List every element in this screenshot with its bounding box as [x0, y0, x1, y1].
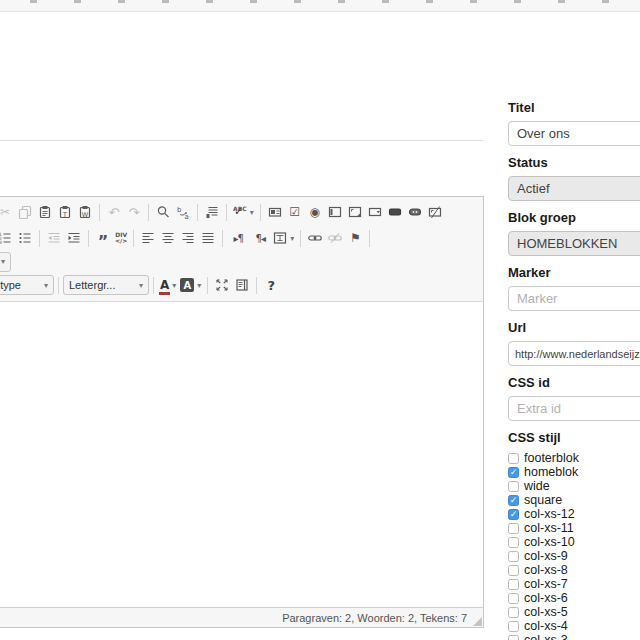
- font-size-dropdown[interactable]: Lettergr...▾: [63, 275, 149, 295]
- checkbox-unchecked-icon[interactable]: [508, 481, 519, 492]
- outdent-icon: [44, 227, 64, 249]
- top-strip-mark: [250, 0, 257, 3]
- background-color-icon[interactable]: A▾: [178, 274, 203, 296]
- editor-statusbar: Paragraven: 2, Woorden: 2, Tekens: 7: [0, 607, 483, 627]
- top-strip-mark: [382, 0, 389, 3]
- toolbar-separator: [148, 204, 149, 221]
- css-style-option-row[interactable]: col-xs-9: [508, 549, 640, 563]
- horizontal-divider: [0, 140, 483, 141]
- checkbox-field-icon[interactable]: ☑: [285, 201, 305, 223]
- find-replace-icon[interactable]: ba: [173, 201, 193, 223]
- css-style-option-row[interactable]: col-xs-11: [508, 521, 640, 535]
- div-container-icon[interactable]: DIV</>: [113, 227, 129, 249]
- css-style-option-row[interactable]: wide: [508, 479, 640, 493]
- css-style-option-row[interactable]: footerblok: [508, 451, 640, 465]
- checkbox-unchecked-icon[interactable]: [508, 523, 519, 534]
- paste-icon[interactable]: [35, 201, 55, 223]
- top-strip-mark: [514, 0, 521, 3]
- template-icon[interactable]: [202, 201, 222, 223]
- checkbox-unchecked-icon[interactable]: [508, 579, 519, 590]
- numbered-list-icon[interactable]: 123: [0, 227, 15, 249]
- url-label: Url: [508, 320, 640, 335]
- help-icon[interactable]: ?: [261, 274, 281, 296]
- font-family-dropdown[interactable]: Lettertype▾: [0, 275, 54, 295]
- marker-input[interactable]: [508, 286, 640, 311]
- preview-icon[interactable]: [232, 274, 252, 296]
- indent-icon[interactable]: [64, 227, 84, 249]
- chevron-down-icon: ▾: [172, 281, 176, 290]
- align-justify-icon[interactable]: [198, 227, 218, 249]
- chevron-down-icon: ▾: [250, 208, 254, 217]
- css-style-option-label: col-xs-4: [524, 619, 568, 633]
- textarea-icon[interactable]: [325, 201, 345, 223]
- radio-field-icon[interactable]: ◉: [305, 201, 325, 223]
- button-field-icon[interactable]: [385, 201, 405, 223]
- css-style-option-row[interactable]: col-xs-3: [508, 633, 640, 640]
- css-style-option-label: col-xs-12: [524, 507, 575, 521]
- spellcheck-icon[interactable]: ABC✓▾: [231, 201, 256, 223]
- status-select[interactable]: Actief: [508, 176, 640, 201]
- blockquote-icon[interactable]: ”: [93, 227, 113, 249]
- css-style-option-label: square: [524, 493, 562, 507]
- checkbox-unchecked-icon[interactable]: [508, 565, 519, 576]
- resize-grip[interactable]: [473, 617, 482, 626]
- checkbox-unchecked-icon[interactable]: [508, 607, 519, 618]
- css-style-option-label: col-xs-10: [524, 535, 575, 549]
- checkbox-checked-icon[interactable]: ✓: [508, 495, 519, 506]
- image-button-icon[interactable]: [405, 201, 425, 223]
- toolbar-row-3: ▾: [0, 251, 483, 272]
- anchor-icon[interactable]: ⚑: [345, 227, 365, 249]
- align-right-icon[interactable]: [178, 227, 198, 249]
- ltr-icon[interactable]: ▸¶: [227, 227, 249, 249]
- search-icon[interactable]: [153, 201, 173, 223]
- checkbox-checked-icon[interactable]: ✓: [508, 509, 519, 520]
- toolbar-row-1: ✂TW↶↷baABC✓▾☑◉: [0, 199, 483, 225]
- css-style-option-label: col-xs-5: [524, 605, 568, 619]
- top-strip-mark: [74, 0, 81, 3]
- css-style-option-row[interactable]: col-xs-10: [508, 535, 640, 549]
- listbox-icon[interactable]: [365, 201, 385, 223]
- css-style-option-row[interactable]: col-xs-6: [508, 591, 640, 605]
- paste-from-word-icon[interactable]: W: [75, 201, 95, 223]
- hidden-field-icon[interactable]: [425, 201, 445, 223]
- checkbox-unchecked-icon[interactable]: [508, 551, 519, 562]
- fullscreen-icon[interactable]: [212, 274, 232, 296]
- font-family-dropdown-label: Lettertype: [0, 279, 21, 291]
- editor-content-area[interactable]: [0, 302, 483, 607]
- align-left-icon[interactable]: [138, 227, 158, 249]
- toolbar-separator: [133, 230, 134, 247]
- toolbar-separator: [369, 230, 370, 247]
- style-dropdown[interactable]: ▾: [0, 252, 11, 272]
- css-style-option-label: wide: [524, 479, 550, 493]
- text-color-icon[interactable]: A▾: [158, 274, 178, 296]
- rtl-icon[interactable]: ¶◂: [249, 227, 271, 249]
- css-style-option-row[interactable]: col-xs-7: [508, 577, 640, 591]
- top-strip-mark: [426, 0, 433, 3]
- blok-groep-select[interactable]: HOMEBLOKKEN: [508, 231, 640, 256]
- url-input[interactable]: [508, 341, 640, 366]
- css-style-option-row[interactable]: col-xs-5: [508, 605, 640, 619]
- textarea-resize-icon[interactable]: [345, 201, 365, 223]
- top-strip-mark: [162, 0, 169, 3]
- bullet-list-icon[interactable]: [15, 227, 35, 249]
- language-icon[interactable]: ▾: [271, 227, 296, 249]
- link-icon[interactable]: [305, 227, 325, 249]
- align-center-icon[interactable]: [158, 227, 178, 249]
- chevron-down-icon: ▾: [290, 234, 294, 243]
- checkbox-unchecked-icon[interactable]: [508, 635, 519, 640]
- css-style-option-row[interactable]: ✓square: [508, 493, 640, 507]
- checkbox-unchecked-icon[interactable]: [508, 593, 519, 604]
- titel-input[interactable]: [508, 121, 640, 146]
- css-style-option-row[interactable]: col-xs-8: [508, 563, 640, 577]
- css-style-option-row[interactable]: ✓col-xs-12: [508, 507, 640, 521]
- css-style-option-row[interactable]: ✓homeblok: [508, 465, 640, 479]
- css-style-option-row[interactable]: col-xs-4: [508, 619, 640, 633]
- checkbox-unchecked-icon[interactable]: [508, 621, 519, 632]
- checkbox-checked-icon[interactable]: ✓: [508, 467, 519, 478]
- css-style-option-label: footerblok: [524, 451, 579, 465]
- textfield-icon[interactable]: [265, 201, 285, 223]
- css-id-input[interactable]: [508, 396, 640, 421]
- checkbox-unchecked-icon[interactable]: [508, 453, 519, 464]
- checkbox-unchecked-icon[interactable]: [508, 537, 519, 548]
- paste-as-text-icon[interactable]: T: [55, 201, 75, 223]
